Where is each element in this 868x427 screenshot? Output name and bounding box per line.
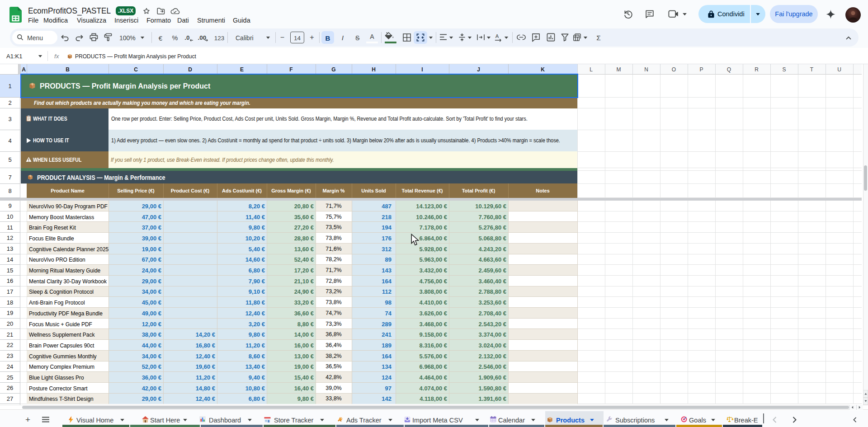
svg-text:A: A (495, 33, 499, 39)
